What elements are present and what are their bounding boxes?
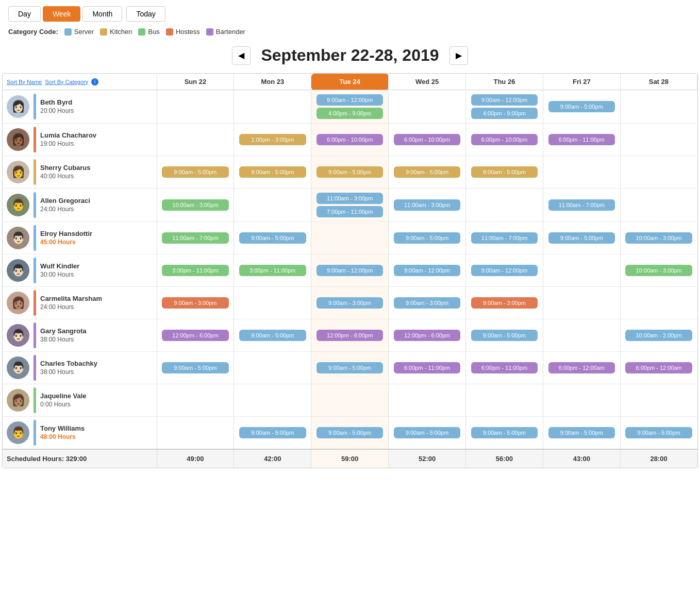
shift-block[interactable]: 6:00pm - 11:00pm: [394, 362, 461, 373]
shift-block[interactable]: 9:00am - 5:00pm: [239, 330, 306, 341]
shift-cell[interactable]: 9:00am - 12:00pm: [311, 254, 389, 287]
shift-block[interactable]: 11:00am - 7:00pm: [162, 232, 229, 244]
shift-block[interactable]: 9:00am - 5:00pm: [471, 166, 538, 178]
shift-block[interactable]: 9:00am - 5:00pm: [394, 166, 461, 178]
shift-cell[interactable]: 6:00pm - 12:00am: [620, 352, 697, 384]
shift-block[interactable]: 6:00pm - 12:00am: [625, 362, 692, 373]
shift-block[interactable]: 9:00am - 5:00pm: [548, 101, 615, 112]
shift-block[interactable]: 6:00pm - 10:00pm: [316, 134, 384, 145]
shift-block[interactable]: 9:00am - 5:00pm: [394, 232, 461, 244]
shift-cell[interactable]: 12:00pm - 6:00pm: [157, 319, 234, 352]
shift-cell[interactable]: [466, 384, 543, 417]
shift-cell[interactable]: 9:00am - 5:00pm: [234, 222, 311, 254]
shift-cell[interactable]: [620, 384, 697, 417]
shift-cell[interactable]: [234, 352, 311, 384]
shift-block[interactable]: 9:00am - 5:00pm: [162, 166, 229, 178]
sort-by-name-link[interactable]: Sort By Name: [7, 79, 42, 85]
shift-cell[interactable]: 9:00am - 3:00pm: [389, 287, 466, 319]
shift-cell[interactable]: 9:00am - 12:00pm: [466, 254, 543, 287]
shift-block[interactable]: 9:00am - 5:00pm: [548, 427, 615, 438]
shift-cell[interactable]: 9:00am - 12:00pm: [389, 254, 466, 287]
shift-cell[interactable]: [620, 287, 697, 319]
shift-block-extra[interactable]: 4:00pm - 9:00pm: [471, 108, 538, 119]
sort-by-category-link[interactable]: Sort By Category: [45, 79, 88, 85]
shift-cell[interactable]: 9:00am - 3:00pm: [311, 287, 389, 319]
shift-cell[interactable]: 1:00pm - 3:00pm: [234, 124, 311, 156]
shift-cell[interactable]: 11:00am - 7:00pm: [543, 189, 620, 222]
shift-cell[interactable]: 9:00am - 5:00pm: [543, 417, 620, 450]
shift-block[interactable]: 9:00am - 5:00pm: [316, 362, 384, 373]
prev-week-button[interactable]: ◀: [232, 46, 251, 65]
shift-cell[interactable]: 6:00pm - 10:00pm: [389, 124, 466, 156]
shift-block[interactable]: 9:00am - 5:00pm: [316, 166, 384, 178]
shift-block[interactable]: 10:00am - 3:00pm: [162, 199, 229, 211]
shift-block[interactable]: 6:00pm - 10:00pm: [471, 134, 538, 145]
shift-block[interactable]: 10:00am - 3:00pm: [625, 232, 692, 244]
shift-cell[interactable]: 6:00pm - 11:00pm: [543, 124, 620, 156]
shift-cell[interactable]: 9:00am - 5:00pm: [389, 156, 466, 189]
shift-block[interactable]: 9:00am - 5:00pm: [162, 362, 229, 373]
shift-block[interactable]: 1:00pm - 3:00pm: [239, 134, 306, 145]
shift-block-extra[interactable]: 7:00pm - 11:00pm: [316, 206, 384, 217]
shift-block[interactable]: 11:00am - 3:00pm: [316, 193, 384, 204]
shift-cell[interactable]: 9:00am - 5:00pm: [234, 417, 311, 450]
shift-block[interactable]: 9:00am - 5:00pm: [239, 166, 306, 178]
shift-block[interactable]: 12:00pm - 6:00pm: [316, 330, 384, 341]
shift-cell[interactable]: 9:00am - 5:00pm: [157, 156, 234, 189]
shift-cell[interactable]: [234, 90, 311, 124]
shift-cell[interactable]: [389, 90, 466, 124]
shift-block[interactable]: 9:00am - 3:00pm: [316, 297, 384, 309]
shift-cell[interactable]: 9:00am - 5:00pm: [389, 222, 466, 254]
shift-cell[interactable]: 9:00am - 5:00pm: [389, 417, 466, 450]
shift-cell[interactable]: [543, 254, 620, 287]
shift-cell[interactable]: 9:00am - 5:00pm: [466, 417, 543, 450]
shift-block[interactable]: 9:00am - 5:00pm: [471, 330, 538, 341]
shift-cell[interactable]: 3:00pm - 11:00pm: [234, 254, 311, 287]
shift-cell[interactable]: [543, 156, 620, 189]
shift-block-extra[interactable]: 4:00pm - 9:00pm: [316, 108, 384, 119]
shift-cell[interactable]: 11:00am - 3:00pm7:00pm - 11:00pm: [311, 189, 389, 222]
shift-cell[interactable]: [543, 384, 620, 417]
shift-cell[interactable]: 3:00pm - 11:00pm: [157, 254, 234, 287]
shift-block[interactable]: 11:00am - 7:00pm: [548, 199, 615, 211]
shift-cell[interactable]: 6:00pm - 11:00pm: [466, 352, 543, 384]
shift-cell[interactable]: 9:00am - 5:00pm: [311, 156, 389, 189]
shift-cell[interactable]: [234, 287, 311, 319]
shift-block[interactable]: 3:00pm - 11:00pm: [239, 265, 306, 276]
shift-cell[interactable]: [157, 384, 234, 417]
shift-cell[interactable]: 9:00am - 5:00pm: [311, 352, 389, 384]
shift-cell[interactable]: 9:00am - 5:00pm: [234, 156, 311, 189]
shift-block[interactable]: 12:00pm - 6:00pm: [162, 330, 229, 341]
shift-cell[interactable]: 9:00am - 5:00pm: [543, 90, 620, 124]
shift-cell[interactable]: [157, 90, 234, 124]
shift-cell[interactable]: [389, 384, 466, 417]
shift-block[interactable]: 9:00am - 12:00pm: [394, 265, 461, 276]
shift-block[interactable]: 9:00am - 3:00pm: [162, 297, 229, 309]
shift-block[interactable]: 9:00am - 12:00pm: [471, 265, 538, 276]
shift-cell[interactable]: [620, 124, 697, 156]
shift-block[interactable]: 9:00am - 3:00pm: [394, 297, 461, 309]
shift-block[interactable]: 9:00am - 5:00pm: [471, 427, 538, 438]
shift-cell[interactable]: [234, 189, 311, 222]
shift-cell[interactable]: 10:00am - 3:00pm: [157, 189, 234, 222]
shift-cell[interactable]: [157, 124, 234, 156]
shift-cell[interactable]: 9:00am - 5:00pm: [466, 156, 543, 189]
shift-block[interactable]: 9:00am - 12:00pm: [316, 94, 384, 106]
shift-cell[interactable]: [543, 287, 620, 319]
shift-block[interactable]: 9:00am - 3:00pm: [471, 297, 538, 309]
shift-cell[interactable]: 12:00pm - 6:00pm: [311, 319, 389, 352]
shift-cell[interactable]: 9:00am - 3:00pm: [157, 287, 234, 319]
shift-cell[interactable]: [466, 189, 543, 222]
shift-block[interactable]: 9:00am - 5:00pm: [239, 232, 306, 244]
shift-cell[interactable]: 10:00am - 2:00pm: [620, 319, 697, 352]
shift-block[interactable]: 12:00pm - 6:00pm: [394, 330, 461, 341]
shift-cell[interactable]: [620, 90, 697, 124]
shift-block[interactable]: 6:00pm - 10:00pm: [394, 134, 461, 145]
shift-cell[interactable]: 6:00pm - 11:00pm: [389, 352, 466, 384]
shift-block[interactable]: 9:00am - 5:00pm: [394, 427, 461, 438]
shift-block[interactable]: 10:00am - 2:00pm: [625, 330, 692, 341]
shift-cell[interactable]: 9:00am - 5:00pm: [620, 417, 697, 450]
shift-block[interactable]: 9:00am - 5:00pm: [239, 427, 306, 438]
shift-cell[interactable]: [234, 384, 311, 417]
day-view-button[interactable]: Day: [8, 6, 41, 22]
